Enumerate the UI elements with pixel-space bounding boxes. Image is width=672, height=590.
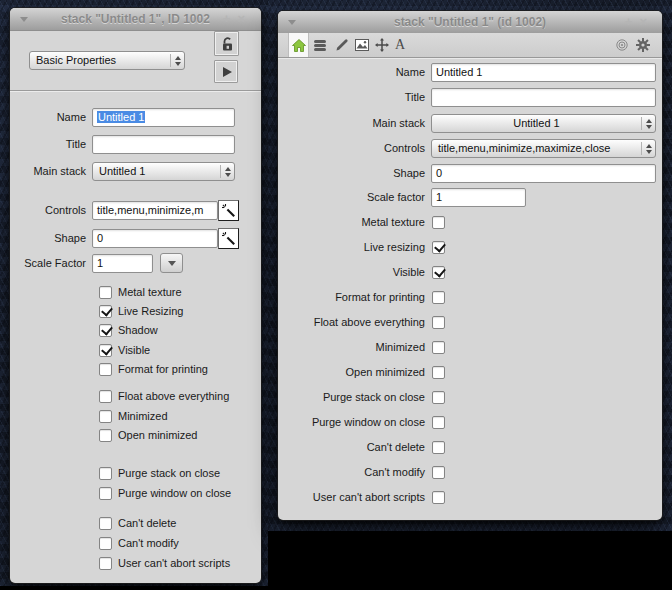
checkbox-row: Open minimized [284, 364, 445, 380]
controls-combo[interactable]: title,menu,minimize,maximize,close [431, 139, 656, 158]
scale-factor-dropdown-button[interactable] [160, 253, 183, 273]
checkbox-row: Visible [99, 342, 150, 358]
main-stack-dropdown[interactable]: Untitled 1 [92, 162, 235, 181]
plus-icon[interactable]: + [625, 11, 633, 33]
stepper-arrows[interactable] [641, 117, 652, 130]
open-minimized-checkbox[interactable] [99, 429, 112, 442]
format-for-printing-checkbox[interactable] [432, 291, 445, 304]
controls-field[interactable]: title,menu,minimize,m [92, 201, 218, 220]
shadow-checkbox[interactable] [99, 324, 112, 337]
scale-factor-field[interactable]: 1 [431, 188, 526, 207]
checkbox-row: Minimized [284, 339, 445, 355]
close-icon[interactable]: × [639, 11, 647, 33]
checkbox-label: User can't abort scripts [118, 557, 230, 569]
tab-edit[interactable] [332, 33, 352, 57]
live-resizing-checkbox[interactable] [432, 241, 445, 254]
property-set-dropdown[interactable]: Basic Properties [29, 51, 185, 70]
settings-button[interactable] [633, 33, 653, 57]
stepper-arrows[interactable] [641, 142, 652, 155]
tab-layers[interactable] [310, 33, 330, 57]
visible-checkbox[interactable] [99, 344, 112, 357]
checkbox-row: Format for printing [284, 289, 445, 305]
inspector-header: Basic Properties [10, 30, 261, 91]
can-t-modify-checkbox[interactable] [432, 466, 445, 479]
lock-button[interactable] [214, 31, 239, 56]
collapse-triangle-icon[interactable] [288, 20, 296, 25]
purge-window-on-close-checkbox[interactable] [99, 487, 112, 500]
tab-graphics[interactable] [352, 33, 372, 57]
checkbox-label: Format for printing [284, 291, 425, 303]
float-above-everything-checkbox[interactable] [99, 390, 112, 403]
live-resizing-checkbox[interactable] [99, 305, 112, 318]
checkbox-row: Can't modify [99, 535, 179, 551]
user-can-t-abort-scripts-checkbox[interactable] [432, 491, 445, 504]
tab-basic-properties[interactable] [288, 33, 309, 57]
stepper-arrows[interactable] [170, 54, 181, 67]
purge-window-on-close-checkbox[interactable] [432, 416, 445, 429]
title-field[interactable] [92, 135, 235, 154]
name-field[interactable]: Untitled 1 [431, 63, 656, 82]
checkbox-row: Format for printing [99, 361, 208, 377]
shape-label: Shape [14, 229, 86, 248]
scale-factor-field[interactable]: 1 [92, 254, 153, 273]
can-t-modify-checkbox[interactable] [99, 537, 112, 550]
controls-value: title,menu,minimize,maximize,close [438, 142, 610, 154]
stepper-arrows[interactable] [220, 165, 231, 178]
checkbox-row: Live Resizing [99, 303, 183, 319]
main-stack-label: Main stack [14, 162, 86, 181]
float-above-everything-checkbox[interactable] [432, 316, 445, 329]
can-t-delete-checkbox[interactable] [432, 441, 445, 454]
select-object-button[interactable] [612, 33, 632, 57]
collapse-triangle-icon[interactable] [20, 17, 28, 22]
checkbox-label: Metal texture [118, 286, 182, 298]
layers-icon [313, 39, 327, 52]
checkbox-row: Float above everything [99, 388, 229, 404]
close-icon[interactable]: × [237, 8, 245, 30]
controls-edit-button[interactable] [218, 200, 239, 221]
user-can-t-abort-scripts-checkbox[interactable] [99, 557, 112, 570]
checkbox-label: Minimized [284, 341, 425, 353]
metal-texture-checkbox[interactable] [432, 216, 445, 229]
minimized-checkbox[interactable] [432, 341, 445, 354]
checkbox-label: Purge stack on close [118, 467, 220, 479]
name-field[interactable]: Untitled 1 [92, 108, 235, 127]
checkbox-row: User can't abort scripts [284, 489, 445, 505]
minimized-checkbox[interactable] [99, 410, 112, 423]
format-for-printing-checkbox[interactable] [99, 363, 112, 376]
stack-inspector-window: stack "Untitled 1" (id 1002) + × [278, 11, 662, 520]
checkbox-row: Metal texture [99, 284, 182, 300]
titlebar[interactable]: stack "Untitled 1", ID 1002 + × [10, 8, 261, 31]
image-icon [355, 39, 369, 51]
purge-stack-on-close-checkbox[interactable] [99, 467, 112, 480]
gear-icon [636, 38, 650, 52]
unlock-icon [219, 36, 234, 51]
chevron-down-icon [168, 261, 176, 266]
purge-stack-on-close-checkbox[interactable] [432, 391, 445, 404]
title-field[interactable] [431, 88, 656, 107]
selected-text: Untitled 1 [97, 111, 145, 123]
titlebar[interactable]: stack "Untitled 1" (id 1002) + × [278, 11, 662, 34]
tab-text[interactable]: A [390, 33, 410, 57]
metal-texture-checkbox[interactable] [99, 286, 112, 299]
can-t-delete-checkbox[interactable] [99, 517, 112, 530]
shape-edit-button[interactable] [218, 228, 239, 249]
magic-wand-icon [221, 203, 237, 219]
checkbox-label: Visible [118, 344, 150, 356]
main-stack-dropdown[interactable]: Untitled 1 [431, 114, 656, 133]
shape-field[interactable]: 0 [431, 164, 656, 183]
plus-icon[interactable]: + [223, 8, 231, 30]
checkbox-label: Visible [284, 266, 425, 278]
property-set-value: Basic Properties [36, 54, 116, 66]
checkbox-label: Format for printing [118, 363, 208, 375]
checkbox-row: Shadow [99, 322, 158, 338]
tab-position[interactable] [372, 33, 392, 57]
shape-field[interactable]: 0 [92, 229, 218, 248]
visible-checkbox[interactable] [432, 266, 445, 279]
checkbox-label: Purge window on close [118, 487, 231, 499]
open-minimized-checkbox[interactable] [432, 366, 445, 379]
checkbox-label: User can't abort scripts [284, 491, 425, 503]
play-button[interactable] [214, 60, 238, 83]
checkbox-row: User can't abort scripts [99, 555, 230, 571]
checkbox-label: Can't modify [284, 466, 425, 478]
window-title: stack "Untitled 1" (id 1002) [278, 15, 662, 29]
